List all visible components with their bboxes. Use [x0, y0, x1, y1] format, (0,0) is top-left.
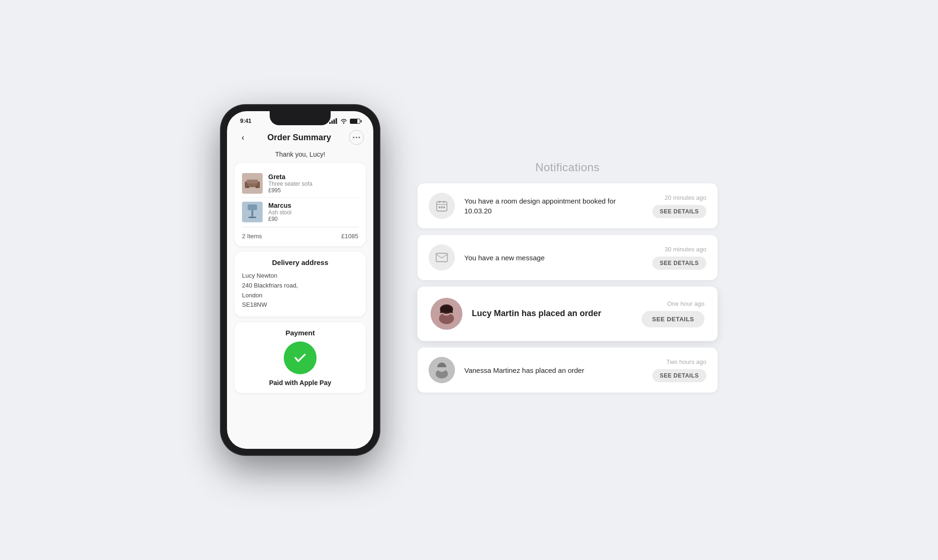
- svg-rect-12: [256, 186, 257, 188]
- message-text: You have a new message: [464, 253, 643, 263]
- greeting-text: Thank you, Lucy!: [227, 150, 373, 163]
- message-body: You have a new message: [464, 253, 643, 263]
- stool-image: [242, 202, 263, 222]
- app-nav: ‹ Order Summary: [227, 127, 373, 150]
- delivery-card: Delivery address Lucy Newton 240 Blackfr…: [234, 252, 366, 317]
- message-meta: 30 minutes ago SEE DETAILS: [652, 246, 706, 270]
- payment-card: Payment Paid with Apple Pay: [234, 322, 366, 393]
- signal-icons: [329, 118, 360, 124]
- delivery-line1: 240 Blackfriars road,: [242, 281, 358, 291]
- items-count: 2 Items: [242, 233, 262, 240]
- sofa-desc: Three seater sofa: [268, 181, 312, 187]
- sofa-icon: [245, 179, 260, 188]
- message-see-details-button[interactable]: SEE DETAILS: [652, 257, 706, 270]
- svg-point-5: [356, 137, 357, 138]
- status-time: 9:41: [240, 118, 251, 124]
- delivery-line3: SE18NW: [242, 300, 358, 310]
- order-card: Greta Three seater sofa £995 Ma: [234, 163, 366, 246]
- sofa-info: Greta Three seater sofa £995: [268, 173, 312, 194]
- stool-icon: [247, 204, 258, 219]
- vanessa-order-body: Vanessa Martinez has placed an order: [464, 365, 643, 375]
- payment-title: Payment: [242, 329, 358, 337]
- vanessa-avatar-image: [429, 357, 455, 383]
- order-item-sofa: Greta Three seater sofa £995: [242, 169, 358, 198]
- vanessa-order-see-details-button[interactable]: SEE DETAILS: [652, 369, 706, 382]
- phone-shell: 9:41: [220, 105, 380, 455]
- lucy-order-time: One hour ago: [667, 300, 704, 307]
- calendar-icon: [436, 200, 448, 212]
- svg-point-4: [353, 137, 355, 138]
- svg-rect-11: [247, 186, 249, 188]
- signal-icon: [329, 118, 338, 124]
- total-price: £1085: [341, 233, 358, 240]
- order-total: 2 Items £1085: [242, 227, 358, 240]
- stool-info: Marcus Ash stool £90: [268, 202, 291, 222]
- stool-price: £90: [268, 216, 291, 222]
- notification-lucy-order: Lucy Martin has placed an order One hour…: [417, 287, 718, 341]
- svg-rect-17: [439, 201, 440, 203]
- notification-vanessa-order: Vanessa Martinez has placed an order Two…: [417, 348, 718, 393]
- vanessa-order-meta: Two hours ago SEE DETAILS: [652, 358, 706, 382]
- delivery-line2: London: [242, 291, 358, 301]
- sofa-image: [242, 173, 263, 194]
- svg-rect-0: [329, 122, 331, 124]
- svg-rect-15: [249, 217, 256, 218]
- lucy-avatar: [431, 298, 462, 330]
- sofa-price: £995: [268, 187, 312, 194]
- appointment-time: 20 minutes ago: [665, 194, 706, 201]
- svg-point-6: [359, 137, 360, 138]
- phone-screen: 9:41: [227, 111, 373, 449]
- stool-name: Marcus: [268, 202, 291, 209]
- notification-message: You have a new message 30 minutes ago SE…: [417, 235, 718, 280]
- message-time: 30 minutes ago: [665, 246, 706, 253]
- more-icon: [353, 136, 360, 138]
- appointment-meta: 20 minutes ago SEE DETAILS: [652, 194, 706, 218]
- order-item-stool: Marcus Ash stool £90: [242, 198, 358, 227]
- notifications-title: Notifications: [417, 161, 718, 174]
- more-button[interactable]: [349, 130, 364, 145]
- delivery-name: Lucy Newton: [242, 271, 358, 281]
- appointment-body: You have a room design appointment booke…: [464, 196, 643, 216]
- phone-mockup: 9:41: [220, 105, 380, 455]
- delivery-address: Lucy Newton 240 Blackfriars road, London…: [242, 271, 358, 310]
- notification-appointment: You have a room design appointment booke…: [417, 183, 718, 228]
- notifications-panel: Notifications You have a room design app…: [417, 161, 718, 399]
- svg-rect-18: [443, 201, 445, 203]
- payment-check-icon: [284, 341, 317, 374]
- svg-rect-19: [439, 206, 440, 208]
- vanessa-order-time: Two hours ago: [666, 358, 706, 365]
- wifi-icon: [340, 118, 348, 124]
- delivery-title: Delivery address: [242, 258, 358, 266]
- payment-label: Paid with Apple Pay: [242, 379, 358, 386]
- svg-rect-14: [251, 210, 253, 218]
- calendar-icon-wrap: [429, 193, 455, 219]
- vanessa-avatar: [429, 357, 455, 383]
- svg-rect-22: [436, 253, 447, 262]
- lucy-order-meta: One hour ago SEE DETAILS: [642, 300, 704, 327]
- vanessa-order-text: Vanessa Martinez has placed an order: [464, 365, 643, 375]
- lucy-order-body: Lucy Martin has placed an order: [472, 308, 632, 319]
- appointment-see-details-button[interactable]: SEE DETAILS: [652, 205, 706, 218]
- page-title: Order Summary: [267, 133, 331, 143]
- appointment-text: You have a room design appointment booke…: [464, 196, 643, 216]
- svg-rect-20: [441, 206, 443, 208]
- sofa-name: Greta: [268, 173, 312, 181]
- payment-section: Payment Paid with Apple Pay: [242, 329, 358, 386]
- lucy-avatar-image: [431, 298, 462, 330]
- svg-rect-1: [332, 121, 333, 124]
- battery-icon: [350, 119, 360, 124]
- lucy-order-see-details-button[interactable]: SEE DETAILS: [642, 311, 704, 327]
- svg-rect-10: [247, 180, 258, 183]
- back-button[interactable]: ‹: [236, 131, 250, 144]
- svg-rect-3: [336, 118, 337, 124]
- svg-rect-13: [248, 204, 257, 210]
- svg-rect-21: [443, 206, 445, 208]
- svg-rect-2: [333, 120, 335, 124]
- phone-notch: [270, 111, 331, 125]
- envelope-icon-wrap: [429, 244, 455, 271]
- lucy-order-text: Lucy Martin has placed an order: [472, 308, 632, 319]
- stool-desc: Ash stool: [268, 209, 291, 216]
- checkmark-icon: [292, 349, 309, 366]
- envelope-icon: [436, 253, 448, 262]
